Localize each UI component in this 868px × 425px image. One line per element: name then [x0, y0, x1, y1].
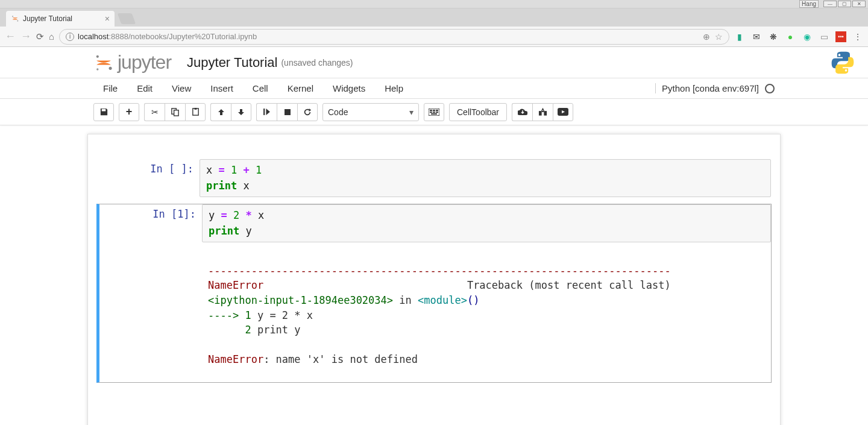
kernel-name[interactable]: Python [conda env:697l]: [655, 83, 759, 93]
forward-button[interactable]: →: [20, 30, 31, 43]
restart-button[interactable]: [297, 103, 318, 121]
jupyter-logo[interactable]: jupyter: [93, 51, 171, 74]
window-minimize-button[interactable]: —: [823, 1, 837, 7]
cell-type-select[interactable]: Code: [322, 103, 419, 121]
browser-toolbar: ← → ⟳ ⌂ i localhost:8888/notebooks/Jupyt…: [0, 27, 868, 47]
arrow: ---->: [208, 309, 245, 321]
code-input[interactable]: x = 1 + 1 print x: [200, 159, 771, 197]
new-tab-button[interactable]: [118, 13, 136, 24]
download-button[interactable]: [512, 103, 532, 121]
move-down-button[interactable]: [231, 103, 251, 121]
ipython-input-ref: <ipython-input-1-1894ee302034>: [208, 294, 393, 306]
bookmark-star-icon[interactable]: ☆: [715, 32, 723, 42]
error-message: : name 'x' is not defined: [263, 353, 418, 365]
input-prompt: In [1]:: [99, 204, 202, 382]
jupyter-logo-icon: [93, 52, 114, 73]
traceback-separator: ----------------------------------------…: [208, 265, 671, 277]
menu-kernel[interactable]: Kernel: [278, 83, 323, 93]
browser-tab-strip: Jupyter Tutorial ×: [0, 8, 868, 27]
command-palette-button[interactable]: [424, 103, 444, 121]
paste-button[interactable]: [185, 103, 206, 121]
menubar: File Edit View Insert Cell Kernel Widget…: [0, 78, 868, 99]
extension-dot-icon[interactable]: ●: [785, 31, 796, 42]
svg-rect-18: [436, 112, 438, 113]
notebook-container: In [ ]: x = 1 + 1 print x In [1]: y = 2 …: [87, 134, 781, 425]
svg-rect-19: [431, 113, 437, 115]
code-cell[interactable]: In [1]: y = 2 * x print y --------------…: [96, 204, 772, 383]
svg-point-1: [12, 16, 13, 17]
lastpass-icon[interactable]: •••: [835, 31, 846, 42]
toolbar: + ✂ Code CellToolbar: [0, 99, 868, 125]
parens: (): [467, 294, 479, 306]
tab-title: Jupyter Tutorial: [23, 14, 101, 23]
window-titlebar: Hang — ▢ ✕: [0, 0, 868, 8]
svg-rect-9: [194, 108, 197, 110]
cell-type-value: Code: [328, 107, 348, 117]
video-button[interactable]: [553, 103, 573, 121]
cut-button[interactable]: ✂: [144, 103, 165, 121]
move-up-button[interactable]: [210, 103, 231, 121]
svg-point-5: [96, 68, 98, 70]
svg-rect-15: [436, 110, 438, 111]
url-host: localhost: [78, 32, 108, 41]
browser-tab[interactable]: Jupyter Tutorial ×: [6, 11, 115, 27]
line-no: 1: [245, 309, 251, 321]
code-cell[interactable]: In [ ]: x = 1 + 1 print x: [96, 159, 772, 198]
run-button[interactable]: [256, 103, 277, 121]
window-close-button[interactable]: ✕: [852, 1, 866, 7]
add-cell-button[interactable]: +: [119, 103, 139, 121]
site-info-icon[interactable]: i: [66, 33, 74, 41]
extension-icon[interactable]: ▮: [734, 31, 745, 42]
address-bar[interactable]: i localhost:8888/notebooks/Jupyter%20Tut…: [59, 29, 729, 45]
error-name: NameError: [208, 279, 263, 291]
reload-button[interactable]: ⟳: [36, 31, 44, 42]
traceback-label: Traceback (most recent call last): [467, 279, 671, 291]
copy-button[interactable]: [165, 103, 185, 121]
home-button[interactable]: ⌂: [49, 31, 54, 42]
svg-point-2: [17, 20, 19, 22]
save-status: (unsaved changes): [281, 58, 353, 68]
menu-insert[interactable]: Insert: [201, 83, 243, 93]
url-path: :8888/notebooks/Jupyter%20Tutorial.ipynb: [108, 32, 257, 41]
hang-label: Hang: [799, 0, 819, 8]
cell-toolbar-button[interactable]: CellToolbar: [449, 103, 507, 121]
svg-rect-17: [433, 112, 435, 113]
window-maximize-button[interactable]: ▢: [838, 1, 851, 7]
svg-rect-16: [430, 112, 432, 113]
chrome-menu-button[interactable]: ⋮: [852, 31, 863, 42]
menu-cell[interactable]: Cell: [243, 83, 278, 93]
jupyter-favicon-icon: [11, 14, 19, 23]
notebook-name[interactable]: Jupyter Tutorial: [187, 55, 277, 71]
menu-widgets[interactable]: Widgets: [323, 83, 375, 93]
grammarly-icon[interactable]: ◉: [802, 31, 813, 42]
code-input[interactable]: y = 2 * x print y: [202, 204, 771, 242]
kernel-indicator-icon[interactable]: [765, 84, 775, 93]
menu-file[interactable]: File: [93, 83, 127, 93]
svg-rect-7: [174, 110, 179, 116]
module-ref: <module>: [418, 294, 467, 306]
back-button[interactable]: ←: [5, 30, 16, 43]
line-no: 2: [208, 324, 251, 336]
in-word: in: [393, 294, 418, 306]
menu-help[interactable]: Help: [375, 83, 413, 93]
svg-rect-11: [285, 109, 291, 115]
zoom-icon[interactable]: ⊕: [703, 32, 710, 42]
output-area: ----------------------------------------…: [202, 248, 771, 382]
tab-close-button[interactable]: ×: [105, 14, 110, 24]
input-prompt: In [ ]:: [97, 159, 200, 197]
interrupt-button[interactable]: [277, 103, 297, 121]
share-button[interactable]: [532, 103, 553, 121]
save-button[interactable]: [93, 103, 114, 121]
svg-point-4: [109, 66, 112, 69]
svg-rect-13: [430, 110, 432, 111]
svg-point-3: [96, 55, 99, 57]
evernote-icon[interactable]: ❋: [768, 31, 779, 42]
menu-edit[interactable]: Edit: [127, 83, 162, 93]
jupyter-header: jupyter Jupyter Tutorial (unsaved change…: [0, 47, 868, 78]
mail-icon[interactable]: ✉: [751, 31, 762, 42]
menu-view[interactable]: View: [162, 83, 201, 93]
traceback-code: print y: [251, 324, 301, 336]
jupyter-logo-text: jupyter: [118, 51, 171, 74]
traceback-code: y = 2 * x: [251, 309, 313, 321]
extension-icon[interactable]: ▭: [819, 31, 829, 42]
